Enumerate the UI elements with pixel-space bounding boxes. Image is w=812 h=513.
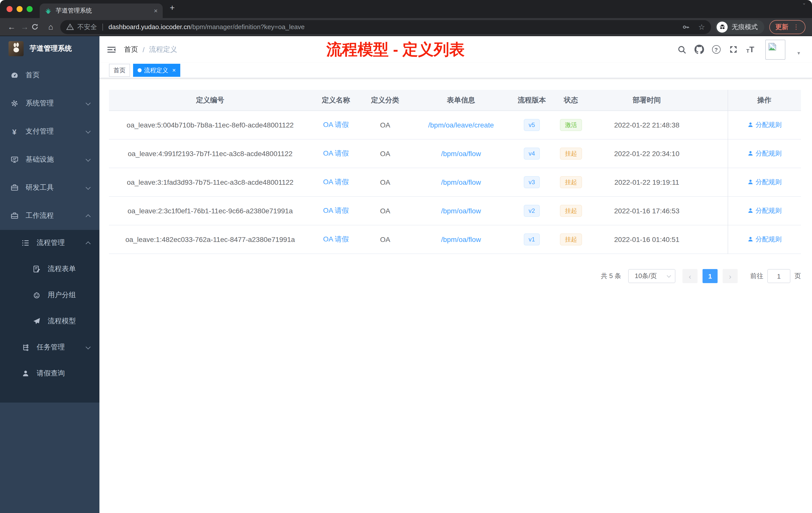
chevron-down-icon xyxy=(86,128,91,133)
browser-tab[interactable]: 芋道管理系统 × xyxy=(40,3,163,18)
help-icon[interactable]: ? xyxy=(711,45,721,54)
breadcrumb-home[interactable]: 首页 xyxy=(124,45,138,54)
prev-page-button[interactable]: ‹ xyxy=(683,269,697,283)
sidebar-logo[interactable]: 芋道管理系统 xyxy=(0,36,99,61)
logo-avatar xyxy=(8,41,24,56)
sidebar-item-infrastructure[interactable]: 基础设施 xyxy=(0,146,99,174)
fixed-column-divider xyxy=(728,90,728,254)
sidebar-item-label: 支付管理 xyxy=(26,127,86,136)
update-chrome-button[interactable]: 更新 ⋮ xyxy=(769,20,806,34)
form-link[interactable]: /bpm/oa/flow xyxy=(441,207,481,215)
font-size-icon[interactable]: TT xyxy=(745,46,755,54)
password-key-icon[interactable] xyxy=(682,23,690,31)
url-text[interactable]: dashboard.yudao.iocoder.cn/bpm/manager/d… xyxy=(109,23,304,31)
chevron-up-icon xyxy=(86,241,91,246)
sidebar-item-task-management[interactable]: 任务管理 xyxy=(0,334,99,360)
goto-page-input[interactable] xyxy=(767,269,790,283)
sidebar-item-leave-query[interactable]: 请假查询 xyxy=(0,360,99,387)
next-page-button[interactable]: › xyxy=(723,269,738,283)
column-header: 部署时间 xyxy=(590,96,703,105)
definition-name-link[interactable]: OA 请假 xyxy=(323,120,349,128)
form-link[interactable]: /bpm/oa/flow xyxy=(441,235,481,243)
not-secure-label[interactable]: 不安全 xyxy=(77,22,97,31)
new-tab-button[interactable]: + xyxy=(170,3,175,13)
tag-close-icon[interactable]: × xyxy=(172,67,176,74)
tab-close-icon[interactable]: × xyxy=(154,7,158,14)
definition-name-link[interactable]: OA 请假 xyxy=(323,178,349,186)
form-link[interactable]: /bpm/oa/flow xyxy=(441,150,481,158)
sidebar-item-workflow[interactable]: 工作流程 xyxy=(0,202,99,230)
update-label: 更新 xyxy=(775,22,788,31)
github-icon[interactable] xyxy=(694,45,704,54)
app-navbar: 首页 / 流程定义 流程模型 - 定义列表 ? xyxy=(99,36,812,63)
sidebar-item-label: 流程表单 xyxy=(48,265,92,274)
tab-search-icon[interactable]: ⌄ xyxy=(802,0,806,5)
form-edit-icon xyxy=(32,265,41,273)
version-badge: v1 xyxy=(523,233,540,245)
sidebar-item-payment[interactable]: ¥ 支付管理 xyxy=(0,117,99,146)
table-header-row: 定义编号 定义名称 定义分类 表单信息 流程版本 状态 部署时间 操作 xyxy=(109,90,801,111)
sidebar-item-label: 首页 xyxy=(26,71,92,80)
fullscreen-icon[interactable] xyxy=(728,45,738,54)
chevron-up-icon xyxy=(86,214,91,219)
sidebar-item-label: 系统管理 xyxy=(26,99,86,108)
tag-home[interactable]: 首页 xyxy=(109,64,130,77)
search-icon[interactable] xyxy=(677,45,687,54)
url-host: dashboard.yudao.iocoder.cn xyxy=(109,23,191,31)
window-controls xyxy=(0,6,40,12)
definition-name-link[interactable]: OA 请假 xyxy=(323,235,349,243)
close-window-button[interactable] xyxy=(6,6,12,12)
app-title: 芋道管理系统 xyxy=(30,44,72,53)
definition-category: OA xyxy=(360,235,410,243)
chevron-down-icon xyxy=(86,184,91,189)
sidebar-item-system[interactable]: 系统管理 xyxy=(0,89,99,117)
page-number-current[interactable]: 1 xyxy=(702,269,718,283)
definition-id: oa_leave:2:3c1f0ef1-76b1-11ec-9c66-a2380… xyxy=(109,207,311,215)
sidebar-item-process-management[interactable]: 流程管理 xyxy=(0,230,99,256)
column-header: 状态 xyxy=(551,96,590,105)
sidebar-item-process-form[interactable]: 流程表单 xyxy=(0,256,99,282)
sidebar-item-dev-tools[interactable]: 研发工具 xyxy=(0,174,99,202)
definition-name-link[interactable]: OA 请假 xyxy=(323,206,349,214)
assign-rule-button[interactable]: 分配规则 xyxy=(747,120,782,129)
page-size-select[interactable]: 10条/页 xyxy=(628,269,675,283)
minimize-window-button[interactable] xyxy=(17,6,23,12)
sidebar-item-home[interactable]: 首页 xyxy=(0,61,99,89)
reload-button[interactable] xyxy=(31,23,44,31)
back-button[interactable]: ← xyxy=(5,22,18,31)
screen: 芋道管理系统 × + ⌄ ← → ⌂ 不安全 dashboard.yudao.i… xyxy=(0,0,812,513)
robot-face-icon xyxy=(32,291,41,299)
tag-label: 首页 xyxy=(114,66,125,74)
sidebar-item-process-model[interactable]: 流程模型 xyxy=(0,308,99,334)
app-window: 芋道管理系统 首页 系统管理 ¥ 支付管理 xyxy=(0,36,812,513)
table-row: oa_leave:5:004b710b-7b8a-11ec-8ef0-acde4… xyxy=(109,111,801,140)
deploy-time: 2022-01-16 17:46:53 xyxy=(590,207,703,215)
definition-category: OA xyxy=(360,207,410,215)
goto-suffix: 页 xyxy=(794,272,801,280)
bookmark-star-icon[interactable]: ☆ xyxy=(698,22,705,31)
zoom-window-button[interactable] xyxy=(27,6,33,12)
not-secure-warning-icon xyxy=(66,23,74,31)
column-header: 流程版本 xyxy=(512,96,551,105)
assign-rule-button[interactable]: 分配规则 xyxy=(747,235,782,244)
form-link[interactable]: /bpm/oa/leave/create xyxy=(428,121,494,129)
definition-name-link[interactable]: OA 请假 xyxy=(323,149,349,157)
monitor-chart-icon xyxy=(10,156,19,163)
avatar-caret-down-icon[interactable]: ▼ xyxy=(796,51,801,56)
definition-id: oa_leave:4:991f2193-7b7f-11ec-a3c8-acde4… xyxy=(109,150,311,158)
home-button[interactable]: ⌂ xyxy=(44,22,57,31)
assign-rule-button[interactable]: 分配规则 xyxy=(747,206,782,215)
sidebar-item-label: 工作流程 xyxy=(26,211,86,220)
collapse-sidebar-icon[interactable] xyxy=(108,46,116,54)
forward-button[interactable]: → xyxy=(18,22,31,31)
tag-process-definition[interactable]: 流程定义 × xyxy=(133,64,180,77)
sidebar-submenu-workflow: 流程管理 流程表单 用户分组 xyxy=(0,230,99,402)
browser-menu-icon[interactable]: ⋮ xyxy=(793,23,800,31)
sidebar-item-user-group[interactable]: 用户分组 xyxy=(0,282,99,308)
assign-rule-button[interactable]: 分配规则 xyxy=(747,178,782,187)
assign-rule-button[interactable]: 分配规则 xyxy=(747,149,782,158)
url-bar[interactable]: 不安全 dashboard.yudao.iocoder.cn/bpm/manag… xyxy=(60,20,711,34)
form-link[interactable]: /bpm/oa/flow xyxy=(441,178,481,186)
breadcrumb-separator: / xyxy=(143,46,145,54)
avatar[interactable] xyxy=(765,39,785,59)
